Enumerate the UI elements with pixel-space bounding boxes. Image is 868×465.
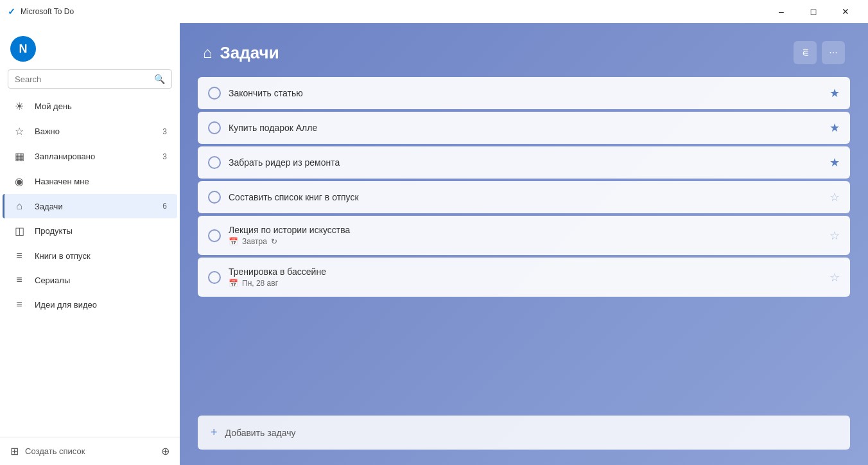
sidebar-tasks-icon: ⌂ [13, 200, 26, 212]
task-checkbox-1[interactable] [208, 121, 221, 134]
sidebar-products-label: Продукты [35, 226, 167, 236]
task-item[interactable]: Тренировка в бассейне📅Пн, 28 авг☆ [198, 258, 850, 297]
main-header: ⌂ Задачи ⋷ ··· [180, 23, 868, 77]
sidebar-item-my-day[interactable]: ☀Мой день [3, 94, 177, 119]
task-star-1[interactable]: ★ [829, 121, 840, 135]
task-checkbox-5[interactable] [208, 271, 221, 284]
more-options-button[interactable]: ··· [822, 41, 845, 64]
task-list: Закончить статью★Купить подарок Алле★Заб… [180, 77, 868, 403]
sidebar-tasks-label: Задачи [35, 202, 153, 211]
sidebar-item-tasks[interactable]: ⌂Задачи6 [3, 194, 177, 218]
sidebar-tasks-badge: 6 [162, 202, 167, 211]
task-title-1: Купить подарок Алле [229, 123, 822, 133]
sidebar-assigned-label: Назначен мне [35, 177, 167, 186]
window-controls: – □ ✕ [767, 0, 860, 23]
sidebar: N 🔍 ☀Мой день☆Важно3▦Запланировано3◉Назн… [0, 23, 180, 465]
sidebar-item-assigned[interactable]: ◉Назначен мне [3, 169, 177, 194]
sidebar-item-ideas[interactable]: ≡Идеи для видео [3, 292, 177, 317]
task-checkbox-3[interactable] [208, 191, 221, 204]
sidebar-products-icon: ◫ [13, 225, 26, 237]
nav-list: ☀Мой день☆Важно3▦Запланировано3◉Назначен… [0, 94, 180, 437]
task-item[interactable]: Забрать ридер из ремонта★ [198, 146, 850, 179]
task-subtitle-4: 📅Завтра↻ [229, 237, 822, 246]
title-bar: ✓ Microsoft To Do – □ ✕ [0, 0, 868, 23]
task-title-3: Составить список книг в отпуск [229, 192, 822, 202]
add-task-label: Добавить задачу [225, 428, 296, 438]
task-item[interactable]: Закончить статью★ [198, 77, 850, 109]
task-star-0[interactable]: ★ [829, 86, 840, 100]
sidebar-item-books[interactable]: ≡Книги в отпуск [3, 243, 177, 268]
header-actions: ⋷ ··· [794, 41, 845, 64]
more-icon: ··· [829, 47, 837, 58]
main-title-area: ⌂ Задачи [203, 43, 279, 63]
avatar-section: N [0, 23, 180, 69]
create-list-label: Создать список [25, 446, 155, 456]
title-bar-left: ✓ Microsoft To Do [8, 6, 74, 17]
calendar-icon-4: 📅 [229, 237, 238, 246]
task-date-5: Пн, 28 авг [242, 279, 278, 288]
create-list-icon: ⊞ [10, 445, 19, 457]
task-star-5[interactable]: ☆ [829, 270, 840, 285]
sidebar-item-serials[interactable]: ≡Сериалы [3, 268, 177, 292]
sidebar-books-icon: ≡ [13, 250, 26, 261]
sidebar-books-label: Книги в отпуск [35, 251, 167, 261]
avatar[interactable]: N [10, 36, 36, 62]
task-item[interactable]: Составить список книг в отпуск☆ [198, 181, 850, 213]
sidebar-ideas-label: Идеи для видео [35, 300, 167, 310]
task-title-4: Лекция по истории искусства [229, 225, 822, 235]
layout-icon: ⋷ [802, 47, 809, 59]
sidebar-serials-icon: ≡ [13, 274, 26, 286]
sidebar-assigned-icon: ◉ [13, 175, 26, 188]
add-task-section: + Добавить задачу [180, 403, 868, 465]
close-button[interactable]: ✕ [831, 0, 860, 23]
task-info-0: Закончить статью [229, 88, 822, 98]
task-title-0: Закончить статью [229, 88, 822, 98]
task-item[interactable]: Лекция по истории искусства📅Завтра↻☆ [198, 216, 850, 255]
calendar-icon-5: 📅 [229, 279, 238, 288]
app-checkmark-icon: ✓ [8, 6, 15, 17]
task-info-5: Тренировка в бассейне📅Пн, 28 авг [229, 267, 822, 288]
sidebar-planned-label: Запланировано [35, 152, 153, 161]
sidebar-serials-label: Сериалы [35, 276, 167, 285]
task-info-1: Купить подарок Алле [229, 123, 822, 133]
task-info-2: Забрать ридер из ремонта [229, 157, 822, 168]
search-box[interactable]: 🔍 [8, 69, 172, 89]
task-title-2: Забрать ридер из ремонта [229, 157, 822, 168]
create-list-add-icon: ⊕ [161, 445, 169, 457]
search-input[interactable] [15, 75, 149, 84]
sidebar-item-products[interactable]: ◫Продукты [3, 218, 177, 243]
task-info-3: Составить список книг в отпуск [229, 192, 822, 202]
create-list-button[interactable]: ⊞ Создать список ⊕ [0, 437, 180, 465]
sidebar-item-planned[interactable]: ▦Запланировано3 [3, 144, 177, 169]
task-title-5: Тренировка в бассейне [229, 267, 822, 277]
minimize-button[interactable]: – [767, 0, 796, 23]
sidebar-planned-icon: ▦ [13, 150, 26, 162]
task-checkbox-4[interactable] [208, 229, 221, 242]
main-content: ⌂ Задачи ⋷ ··· Закончить статью★Купить п… [180, 23, 868, 465]
sidebar-ideas-icon: ≡ [13, 299, 26, 310]
sidebar-item-important[interactable]: ☆Важно3 [3, 119, 177, 144]
task-item[interactable]: Купить подарок Алле★ [198, 112, 850, 144]
task-subtitle-5: 📅Пн, 28 авг [229, 279, 822, 288]
maximize-button[interactable]: □ [799, 0, 828, 23]
task-star-4[interactable]: ☆ [829, 229, 840, 243]
sidebar-planned-badge: 3 [162, 152, 167, 161]
sidebar-important-label: Важно [35, 127, 153, 136]
task-star-3[interactable]: ☆ [829, 190, 840, 204]
sidebar-important-badge: 3 [162, 127, 167, 136]
add-task-icon: + [211, 426, 218, 439]
home-icon: ⌂ [203, 44, 213, 62]
task-checkbox-2[interactable] [208, 156, 221, 169]
task-checkbox-0[interactable] [208, 87, 221, 100]
app-title: Microsoft To Do [21, 7, 74, 16]
layout-button[interactable]: ⋷ [794, 41, 817, 64]
sidebar-my-day-icon: ☀ [13, 100, 26, 112]
add-task-button[interactable]: + Добавить задачу [198, 416, 850, 450]
task-info-4: Лекция по истории искусства📅Завтра↻ [229, 225, 822, 246]
sidebar-my-day-label: Мой день [35, 101, 167, 111]
task-date-4: Завтра [242, 237, 267, 246]
sidebar-important-icon: ☆ [13, 125, 26, 137]
search-icon: 🔍 [154, 74, 165, 84]
page-title: Задачи [220, 43, 279, 63]
task-star-2[interactable]: ★ [829, 155, 840, 170]
